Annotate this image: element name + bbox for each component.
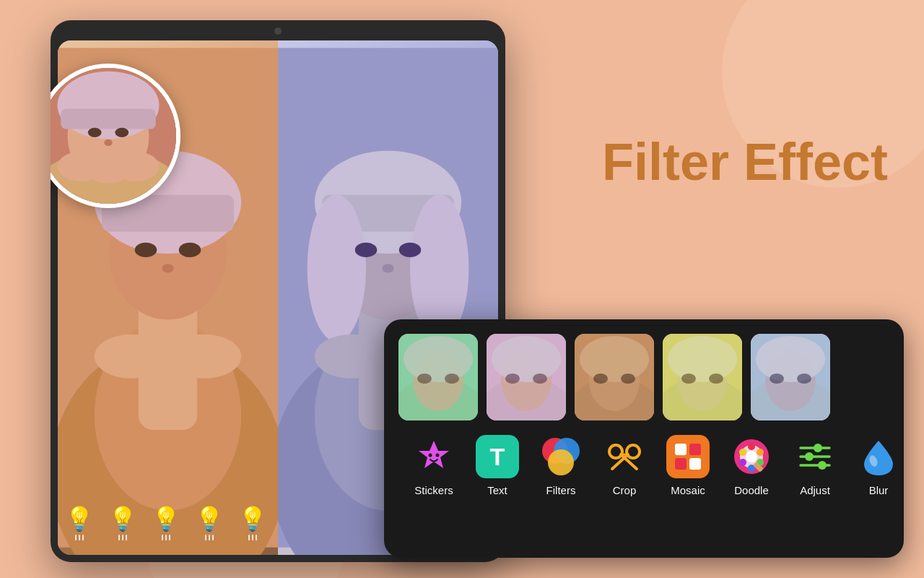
tool-mosaic[interactable]: Mosaic [656, 435, 720, 496]
svg-point-90 [739, 459, 746, 466]
bulb-purple: 💡 [152, 505, 180, 540]
portrait-circle [51, 64, 180, 208]
svg-point-49 [505, 374, 520, 384]
text-icon-wrap: T [476, 435, 519, 478]
adjust-icon-wrap [793, 435, 837, 478]
svg-point-62 [668, 336, 737, 382]
svg-point-55 [580, 336, 649, 382]
filter-thumbnails-row [398, 334, 889, 420]
svg-rect-81 [689, 444, 701, 455]
svg-point-87 [757, 449, 764, 456]
tool-text[interactable]: T Text [466, 435, 529, 496]
bulb-green: 💡 [195, 505, 224, 540]
tool-filters[interactable]: Filters [529, 435, 593, 496]
tool-stickers[interactable]: Stickers [402, 435, 466, 496]
portrait-inner [51, 68, 176, 204]
svg-point-99 [818, 461, 827, 470]
mosaic-icon-wrap [666, 435, 710, 478]
tool-doodle[interactable]: Doodle [720, 435, 783, 496]
svg-point-23 [382, 264, 393, 272]
filter-thumb-1[interactable] [398, 334, 478, 420]
svg-point-56 [593, 374, 608, 384]
svg-point-21 [355, 243, 378, 257]
bottom-panel: Stickers T Text Filters [384, 319, 904, 558]
svg-rect-31 [61, 108, 156, 129]
tool-adjust[interactable]: Adjust [783, 435, 847, 496]
svg-point-63 [681, 374, 696, 384]
stickers-icon-wrap [412, 435, 456, 478]
svg-point-34 [104, 139, 112, 146]
svg-point-43 [445, 374, 459, 384]
svg-point-36 [112, 152, 160, 181]
svg-point-42 [417, 374, 432, 384]
svg-point-41 [404, 336, 473, 382]
svg-point-57 [621, 374, 635, 384]
filter-thumb-3[interactable] [575, 334, 654, 420]
doodle-label: Doodle [734, 484, 769, 496]
bulb-blue: 💡 [238, 505, 267, 540]
filters-label: Filters [546, 484, 576, 496]
svg-point-35 [58, 152, 105, 181]
svg-point-91 [739, 449, 746, 456]
svg-point-9 [162, 264, 173, 272]
stickers-label: Stickers [414, 484, 453, 496]
blur-label: Blur [869, 484, 889, 496]
svg-rect-82 [675, 458, 687, 470]
svg-point-24 [315, 335, 388, 379]
tablet-camera [274, 27, 282, 35]
svg-point-50 [533, 374, 547, 384]
svg-point-97 [805, 452, 814, 461]
svg-point-76 [627, 445, 640, 458]
svg-point-75 [609, 445, 622, 458]
svg-point-8 [179, 243, 201, 257]
svg-point-32 [88, 128, 102, 137]
svg-marker-72 [419, 441, 449, 468]
svg-point-10 [95, 335, 168, 379]
text-label: Text [487, 484, 507, 496]
filters-icon-wrap [539, 435, 583, 478]
bulb-yellow: 💡 [108, 505, 137, 540]
tools-row: Stickers T Text Filters [398, 435, 889, 496]
filter-thumb-2[interactable] [487, 334, 566, 420]
svg-point-95 [814, 444, 822, 452]
svg-point-86 [748, 443, 755, 450]
svg-point-74 [436, 454, 440, 457]
svg-point-71 [797, 374, 811, 384]
svg-point-7 [135, 243, 157, 257]
svg-point-33 [115, 128, 128, 137]
svg-point-73 [429, 454, 432, 457]
svg-point-48 [492, 336, 561, 382]
svg-point-70 [770, 374, 784, 384]
lightbulbs-row: 💡 💡 💡 💡 [65, 505, 267, 540]
svg-point-22 [399, 243, 422, 257]
filter-thumb-4[interactable] [663, 334, 742, 420]
text-icon: T [490, 443, 505, 471]
bulb-pink: 💡 [65, 505, 94, 540]
doodle-icon-wrap [730, 435, 773, 478]
svg-point-19 [308, 195, 366, 342]
svg-rect-83 [689, 458, 701, 470]
svg-point-64 [709, 374, 723, 384]
svg-point-11 [168, 335, 242, 379]
crop-icon-wrap [603, 435, 646, 478]
filter-thumb-5[interactable] [751, 334, 830, 420]
blur-icon-wrap [857, 435, 900, 478]
crop-label: Crop [613, 484, 637, 496]
svg-point-69 [756, 336, 825, 382]
mosaic-label: Mosaic [671, 484, 705, 496]
tool-crop[interactable]: Crop [593, 435, 656, 496]
svg-point-92 [746, 451, 757, 462]
adjust-label: Adjust [800, 484, 830, 496]
svg-rect-80 [675, 444, 687, 455]
tool-blur[interactable]: Blur [847, 435, 910, 496]
filter-effect-title: Filter Effect [602, 134, 888, 191]
